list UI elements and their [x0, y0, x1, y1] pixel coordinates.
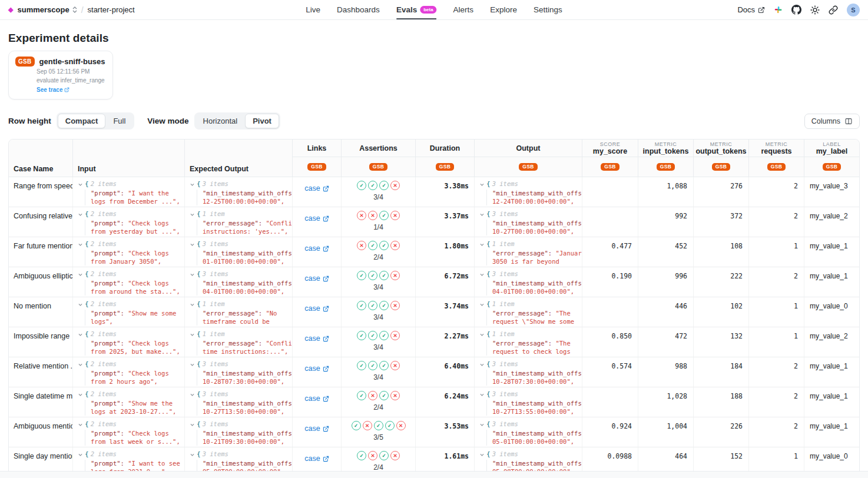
chevron-down-icon[interactable]	[479, 362, 485, 367]
tab-explore[interactable]: Explore	[490, 0, 517, 19]
json-collapse-header[interactable]: {2 items	[78, 330, 181, 338]
chevron-down-icon[interactable]	[190, 242, 195, 247]
chevron-down-icon[interactable]	[190, 362, 195, 367]
chevron-down-icon[interactable]	[479, 422, 485, 427]
json-collapse-header[interactable]: {2 items	[78, 450, 181, 459]
case-trace-link[interactable]: case	[304, 424, 329, 433]
case-trace-link[interactable]: case	[304, 214, 329, 223]
json-collapse-header[interactable]: {1 item	[190, 300, 289, 308]
chevron-down-icon[interactable]	[78, 452, 83, 457]
column-header-input[interactable]: Input	[73, 140, 185, 177]
json-collapse-header[interactable]: {3 items	[190, 390, 289, 399]
json-collapse-header[interactable]: {3 items	[479, 360, 578, 369]
json-collapse-header[interactable]: {3 items	[190, 270, 289, 278]
chevron-down-icon[interactable]	[78, 182, 83, 187]
chevron-down-icon[interactable]	[78, 422, 83, 427]
column-header-links[interactable]: Links	[293, 140, 342, 157]
chevron-down-icon[interactable]	[190, 272, 195, 277]
json-collapse-header[interactable]: {3 items	[479, 180, 578, 188]
json-collapse-header[interactable]: {2 items	[78, 300, 181, 308]
view-mode-option-horizontal[interactable]: Horizontal	[196, 114, 246, 128]
json-collapse-header[interactable]: {3 items	[479, 450, 578, 459]
chevron-down-icon[interactable]	[190, 422, 195, 427]
chevron-down-icon[interactable]	[78, 242, 83, 247]
chevron-down-icon[interactable]	[190, 392, 195, 397]
json-collapse-header[interactable]: {3 items	[479, 420, 578, 429]
chevron-down-icon[interactable]	[479, 332, 485, 337]
json-collapse-header[interactable]: {1 item	[190, 330, 289, 338]
org-switcher[interactable]: summerscope	[17, 5, 77, 14]
json-collapse-header[interactable]: {3 items	[190, 180, 289, 188]
json-collapse-header[interactable]: {1 item	[479, 330, 578, 338]
chevron-down-icon[interactable]	[479, 212, 485, 217]
tab-live[interactable]: Live	[306, 0, 320, 19]
json-collapse-header[interactable]: {1 item	[479, 240, 578, 248]
json-collapse-header[interactable]: {3 items	[479, 270, 578, 278]
json-collapse-header[interactable]: {3 items	[190, 360, 289, 369]
tab-evals[interactable]: Evalsbeta	[396, 0, 437, 19]
json-collapse-header[interactable]: {3 items	[190, 420, 289, 429]
column-header-input-tokens[interactable]: METRICinput_tokens	[638, 140, 694, 157]
column-header-my-score[interactable]: SCOREmy_score	[582, 140, 638, 157]
chevron-down-icon[interactable]	[78, 212, 83, 217]
tab-dashboards[interactable]: Dashboards	[337, 0, 380, 19]
case-trace-link[interactable]: case	[304, 184, 329, 193]
row-height-option-compact[interactable]: Compact	[58, 114, 106, 128]
json-collapse-header[interactable]: {3 items	[190, 240, 289, 248]
view-mode-option-pivot[interactable]: Pivot	[245, 114, 279, 128]
tab-alerts[interactable]: Alerts	[453, 0, 474, 19]
see-trace-link[interactable]: See trace	[37, 87, 69, 93]
column-header-my-label[interactable]: LABELmy_label	[804, 140, 859, 157]
slack-icon[interactable]	[774, 5, 783, 14]
json-collapse-header[interactable]: {2 items	[78, 180, 181, 188]
chevron-down-icon[interactable]	[479, 392, 485, 397]
theme-toggle-sun-icon[interactable]	[810, 5, 820, 15]
column-header-requests[interactable]: METRICrequests	[749, 140, 804, 157]
json-collapse-header[interactable]: {2 items	[78, 420, 181, 429]
json-collapse-header[interactable]: {3 items	[479, 390, 578, 399]
case-trace-link[interactable]: case	[304, 274, 329, 283]
json-collapse-header[interactable]: {3 items	[479, 210, 578, 218]
column-header-case-name[interactable]: Case Name	[9, 140, 73, 177]
json-collapse-header[interactable]: {2 items	[78, 270, 181, 278]
chevron-down-icon[interactable]	[479, 182, 485, 187]
row-height-option-full[interactable]: Full	[105, 114, 133, 128]
docs-link[interactable]: Docs	[737, 5, 765, 14]
chevron-down-icon[interactable]	[190, 302, 195, 307]
github-icon[interactable]	[791, 5, 801, 15]
chevron-down-icon[interactable]	[190, 452, 195, 457]
json-collapse-header[interactable]: {1 item	[479, 300, 578, 308]
chevron-down-icon[interactable]	[78, 302, 83, 307]
chevron-down-icon[interactable]	[479, 302, 485, 307]
case-trace-link[interactable]: case	[304, 364, 329, 373]
json-collapse-header[interactable]: {2 items	[78, 240, 181, 248]
json-collapse-header[interactable]: {2 items	[78, 210, 181, 218]
share-link-icon[interactable]	[829, 5, 838, 15]
horizontal-scrollbar[interactable]	[0, 471, 868, 478]
chevron-down-icon[interactable]	[78, 272, 83, 277]
case-trace-link[interactable]: case	[304, 244, 329, 253]
chevron-down-icon[interactable]	[190, 182, 195, 187]
column-header-assertions[interactable]: Assertions	[342, 140, 416, 157]
case-trace-link[interactable]: case	[304, 334, 329, 343]
case-trace-link[interactable]: case	[304, 394, 329, 403]
tab-settings[interactable]: Settings	[534, 0, 562, 19]
column-header-expected-output[interactable]: Expected Output	[185, 140, 293, 177]
columns-button[interactable]: Columns	[804, 114, 860, 129]
breadcrumb-project[interactable]: starter-project	[88, 5, 135, 14]
chevron-down-icon[interactable]	[78, 392, 83, 397]
chevron-down-icon[interactable]	[190, 212, 195, 217]
json-collapse-header[interactable]: {1 item	[190, 210, 289, 218]
chevron-down-icon[interactable]	[190, 332, 195, 337]
case-trace-link[interactable]: case	[304, 304, 329, 313]
column-header-duration[interactable]: Duration	[416, 140, 475, 157]
json-collapse-header[interactable]: {3 items	[190, 450, 289, 459]
column-header-output[interactable]: Output	[475, 140, 582, 157]
chevron-down-icon[interactable]	[479, 452, 485, 457]
chevron-down-icon[interactable]	[479, 272, 485, 277]
column-header-output-tokens[interactable]: METRICoutput_tokens	[694, 140, 749, 157]
json-collapse-header[interactable]: {2 items	[78, 360, 181, 369]
case-trace-link[interactable]: case	[304, 454, 329, 463]
json-collapse-header[interactable]: {2 items	[78, 390, 181, 399]
user-avatar[interactable]: S	[847, 4, 860, 16]
